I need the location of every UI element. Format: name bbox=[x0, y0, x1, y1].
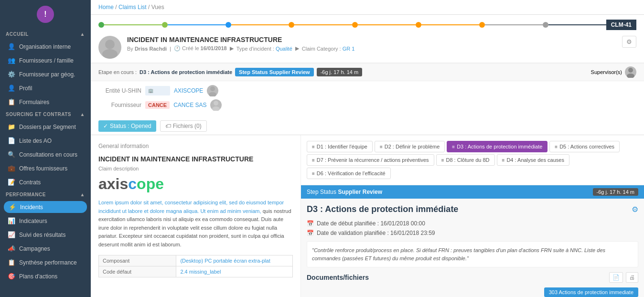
chart-icon: 📊 bbox=[8, 217, 15, 224]
incident-icon: ⚡ bbox=[9, 203, 16, 211]
svg-point-2 bbox=[628, 68, 633, 73]
fournisseur-user-avatar bbox=[210, 99, 222, 111]
progress-dot-1 bbox=[98, 22, 104, 28]
svg-point-0 bbox=[105, 40, 115, 49]
sidebar-item-indicateurs[interactable]: 📊 Indicateurs bbox=[0, 214, 91, 228]
progress-line-3 bbox=[231, 24, 289, 25]
left-panel: General information INCIDENT IN MAINTENA… bbox=[91, 135, 301, 297]
status-button[interactable]: ✓ Status : Opened bbox=[98, 120, 156, 132]
doc-upload-button[interactable]: 🖨 bbox=[626, 272, 638, 283]
step-tabs: ≡ D1 : Identifier l'équipe ≡ D2 : Défini… bbox=[301, 135, 644, 185]
step-current-name: D3 : Actions de protection immédiate bbox=[140, 69, 232, 75]
table-row: Code défaut 2.4 missing_label bbox=[99, 266, 293, 277]
sidebar-item-contrats[interactable]: 📝 Contrats bbox=[0, 175, 91, 189]
breadcrumb-vues: Vues bbox=[151, 4, 164, 11]
list-icon: ≡ bbox=[380, 144, 383, 149]
docs-header: Documents/fichiers 📄 🖨 bbox=[307, 272, 638, 283]
sidebar-item-plans[interactable]: 🎯 Plans d'actions bbox=[0, 269, 91, 283]
list-icon: ≡ bbox=[312, 144, 315, 149]
date-debut-row: 📅 Date de début planifiée : 16/01/2018 0… bbox=[307, 220, 638, 227]
supervisor-area: Supervisor(s) bbox=[591, 66, 636, 78]
settings-icon: ⚙️ bbox=[8, 71, 15, 78]
general-info-header: General information bbox=[98, 143, 293, 149]
sidebar-item-fournisseurs[interactable]: 👥 Fournisseurs / famille bbox=[0, 53, 91, 67]
tab-d8[interactable]: ≡ D8 : Clôture du 8D bbox=[436, 154, 495, 166]
axiscope-logo: axiscope bbox=[98, 175, 293, 193]
list-icon: ≡ bbox=[312, 158, 315, 163]
progress-line-5 bbox=[358, 24, 416, 25]
sidebar-item-incidents[interactable]: ⚡ Incidents bbox=[4, 201, 87, 213]
progress-dot-3 bbox=[225, 22, 231, 28]
sidebar-item-fournisseur-geog[interactable]: ⚙️ Fournisseur par géog. bbox=[0, 67, 91, 81]
progress-dot-5 bbox=[352, 22, 358, 28]
contract-icon: 📝 bbox=[8, 179, 15, 186]
step-status-badge: Step Status Supplier Review bbox=[235, 68, 314, 76]
sidebar-item-organisation[interactable]: 👤 Organisation interne bbox=[0, 40, 91, 53]
progress-dot-2 bbox=[162, 22, 168, 28]
entity-rows: Entité U-SHIN 🏢 AXISCOPE Fournisseur CAN… bbox=[91, 81, 644, 117]
clm-badge: CLM-41 bbox=[606, 20, 636, 30]
sidebar-section-performance: PERFORMANCE ▲ bbox=[0, 189, 91, 200]
main-content: Home / Claims List / Vues bbox=[91, 0, 644, 297]
table-cell-value: 2.4 missing_label bbox=[176, 266, 293, 277]
breadcrumb-claims-list[interactable]: Claims List bbox=[118, 4, 147, 11]
d3-description: "Contrôle renforce produit/process en pl… bbox=[307, 241, 638, 267]
profile-icon: 👤 bbox=[8, 85, 15, 92]
progress-line-8 bbox=[548, 24, 606, 25]
d3-section: D3 : Actions de protection immédiate ⚙ 📅… bbox=[301, 199, 644, 293]
table-cell-value: (Desktop) PC portable écran extra-plat bbox=[176, 255, 293, 266]
tab-d4[interactable]: ≡ D4 : Analyse des causes bbox=[497, 154, 569, 166]
fournisseur-label: Fournisseur bbox=[98, 102, 141, 108]
search-icon: 🔍 bbox=[8, 151, 15, 158]
doc-icon: 📄 bbox=[8, 137, 15, 144]
status-icon: ✓ bbox=[103, 123, 108, 129]
list-icon: ≡ bbox=[441, 158, 444, 163]
tab-d7[interactable]: ≡ D7 : Prévenir la récurrence / actions … bbox=[307, 154, 434, 166]
d3-gear-button[interactable]: ⚙ bbox=[632, 205, 638, 214]
step-status-bar: Etape en cours : D3 : Actions de protect… bbox=[91, 63, 644, 81]
svg-point-6 bbox=[209, 92, 216, 96]
avatar: ! bbox=[37, 6, 54, 23]
claim-table: Composant (Desktop) PC portable écran ex… bbox=[98, 255, 293, 277]
entity-name: AXISCOPE bbox=[174, 87, 203, 94]
progress-dot-6 bbox=[416, 22, 421, 28]
fournisseur-logo: CANCE bbox=[145, 101, 170, 109]
sidebar-item-synthese[interactable]: 📋 Synthèse performance bbox=[0, 255, 91, 269]
fichiers-button[interactable]: 🏷 Fichiers (0) bbox=[160, 120, 207, 132]
svg-point-1 bbox=[102, 49, 118, 59]
actions-count-badge: 303 Actions de protection immediate bbox=[544, 287, 638, 297]
sidebar-item-liste-ao[interactable]: 📄 Liste des AO bbox=[0, 134, 91, 148]
sidebar-item-offres[interactable]: 💼 Offres fournisseurs bbox=[0, 161, 91, 175]
breadcrumb-home[interactable]: Home bbox=[98, 4, 114, 11]
claim-meta: By Driss Rachdi | 🕐 Créé le 16/01/2018 ▶… bbox=[127, 45, 622, 52]
tab-d1[interactable]: ≡ D1 : Identifier l'équipe bbox=[307, 141, 373, 152]
tab-d5[interactable]: ≡ D5 : Actions correctives bbox=[549, 141, 620, 152]
sidebar-item-dossiers[interactable]: 📁 Dossiers par Segment bbox=[0, 120, 91, 134]
svg-point-3 bbox=[627, 74, 634, 78]
chevron-up-icon: ▲ bbox=[80, 112, 85, 117]
action-buttons: ✓ Status : Opened 🏷 Fichiers (0) bbox=[91, 117, 644, 135]
doc-add-button[interactable]: 📄 bbox=[609, 272, 623, 283]
step-label: Etape en cours : bbox=[98, 69, 137, 75]
list-icon: ≡ bbox=[312, 171, 315, 176]
tab-d6[interactable]: ≡ D6 : Vérification de l'efficacité bbox=[307, 168, 391, 179]
sidebar-item-consultations[interactable]: 🔍 Consultations en cours bbox=[0, 148, 91, 161]
progress-line-6 bbox=[421, 24, 479, 25]
sidebar-item-profil[interactable]: 👤 Profil bbox=[0, 81, 91, 95]
sidebar-item-campagnes[interactable]: 📣 Campagnes bbox=[0, 242, 91, 255]
claim-gear-button[interactable]: ⚙ bbox=[622, 36, 636, 48]
sidebar-item-suivi[interactable]: 📈 Suivi des résultats bbox=[0, 228, 91, 242]
folder-icon: 📁 bbox=[8, 123, 15, 130]
table-cell-label: Composant bbox=[99, 255, 176, 266]
table-cell-label: Code défaut bbox=[99, 266, 176, 277]
tab-d3[interactable]: ≡ D3 : Actions de protection immédiate bbox=[447, 141, 547, 152]
briefcase-icon: 💼 bbox=[8, 165, 15, 172]
svg-text:🏢: 🏢 bbox=[148, 88, 154, 94]
svg-point-8 bbox=[212, 106, 220, 111]
list-icon: ≡ bbox=[555, 144, 558, 149]
sidebar-item-formulaires[interactable]: 📋 Formulaires bbox=[0, 95, 91, 109]
tab-d2[interactable]: ≡ D2 : Définir le problème bbox=[375, 141, 445, 152]
list-icon: ≡ bbox=[502, 158, 505, 163]
fournisseur-name: CANCE SAS bbox=[173, 102, 206, 108]
entity-row-entite: Entité U-SHIN 🏢 AXISCOPE bbox=[98, 85, 636, 96]
